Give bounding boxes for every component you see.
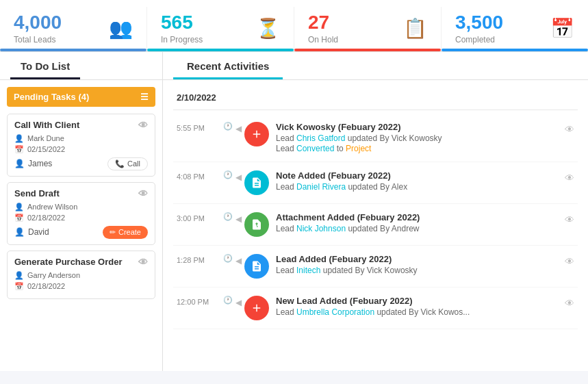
date-icon: 📅 xyxy=(14,145,24,154)
stat-hold: 27 On Hold 📋 xyxy=(294,7,442,51)
activity-icon-red xyxy=(244,122,269,146)
task-eye-icon[interactable]: 👁 xyxy=(138,188,148,199)
stat-leads-value: 4,000 xyxy=(14,12,102,34)
activity-link[interactable]: Initech xyxy=(296,266,320,275)
activity-link-converted[interactable]: Converted xyxy=(296,144,334,153)
stat-completed-bar xyxy=(442,49,588,51)
contact-icon: 👤 xyxy=(14,134,24,143)
stat-hold-value: 27 xyxy=(308,12,396,34)
activity-content: Lead Added (Febuary 2022) Lead Initech u… xyxy=(276,254,558,275)
stat-completed-label: Completed xyxy=(455,35,544,44)
activity-item: 5:55 PM 🕐 ◀ Vick Kowosky (Febuary 2022) … xyxy=(173,114,578,162)
activity-eye-icon[interactable]: 👁 xyxy=(565,256,574,267)
pending-tasks-bar[interactable]: Pending Tasks (4) ☰ xyxy=(7,87,155,107)
activity-content: Note Added (Febuary 2022) Lead Daniel Ri… xyxy=(276,170,558,192)
task-card-purchase-order: Generate Purchase Order 👁 👤 Garry Anders… xyxy=(7,251,155,299)
edit-icon: ✏ xyxy=(110,228,116,237)
activity-link[interactable]: Umbrella Corporation xyxy=(296,307,374,317)
task-card-call-with-client: Call With Client 👁 👤 Mark Dune 📅 02/15/2… xyxy=(7,114,155,177)
activity-eye-icon[interactable]: 👁 xyxy=(565,298,574,309)
task-title-text: Call With Client xyxy=(14,120,79,130)
activity-title: Lead Added (Febuary 2022) xyxy=(276,254,558,264)
arrow-icon: ◀ xyxy=(233,122,244,133)
activities-title: Recent Activities xyxy=(173,52,283,79)
activity-time: 1:28 PM xyxy=(177,254,221,264)
task-assignee: David xyxy=(28,227,49,237)
activity-time: 3:00 PM xyxy=(177,212,221,222)
activity-content: New Lead Added (Febuary 2022) Lead Umbre… xyxy=(276,296,558,317)
main-content: To Do List Pending Tasks (4) ☰ Call With… xyxy=(0,52,588,371)
activity-eye-icon[interactable]: 👁 xyxy=(565,214,574,225)
task-eye-icon[interactable]: 👁 xyxy=(138,120,148,131)
task-contact: Mark Dune xyxy=(27,134,64,142)
task-eye-icon[interactable]: 👁 xyxy=(138,257,148,268)
activity-icon-red2 xyxy=(244,296,269,320)
clock-icon: 🕐 xyxy=(223,254,233,263)
task-date: 02/18/2022 xyxy=(27,282,65,290)
todo-title: To Do List xyxy=(10,52,80,79)
call-button[interactable]: 📞 Call xyxy=(107,157,148,170)
activity-link[interactable]: Chris Gatford xyxy=(296,133,345,143)
contact-icon: 👤 xyxy=(14,203,24,212)
activity-eye-icon[interactable]: 👁 xyxy=(565,124,574,135)
activity-link[interactable]: Daniel Rivera xyxy=(296,182,346,192)
activity-title: Vick Kowosky (Febuary 2022) xyxy=(276,122,558,132)
task-date: 02/15/2022 xyxy=(27,145,65,153)
create-button[interactable]: ✏ Create xyxy=(103,226,148,239)
activity-time: 12:00 PM xyxy=(177,296,221,306)
stat-leads-label: Total Leads xyxy=(14,35,102,44)
arrow-icon: ◀ xyxy=(233,254,244,266)
activity-icon-teal xyxy=(244,170,269,195)
contact-icon: 👤 xyxy=(14,271,24,280)
activity-desc1: Lead Nick Johnson updated By Andrew xyxy=(276,224,558,233)
activities-date: 2/10/2022 xyxy=(173,87,578,110)
hold-icon: 📋 xyxy=(403,17,427,40)
stat-hold-label: On Hold xyxy=(308,35,396,44)
arrow-icon: ◀ xyxy=(233,170,244,182)
stat-progress-bar xyxy=(147,49,294,51)
activity-content: Attachment Added (Febuary 2022) Lead Nic… xyxy=(276,212,558,233)
task-card-send-draft: Send Draft 👁 👤 Andrew Wilson 📅 02/18/202… xyxy=(7,182,155,245)
activities-section: Recent Activities 2/10/2022 5:55 PM 🕐 ◀ … xyxy=(163,52,588,371)
activity-item: 12:00 PM 🕐 ◀ New Lead Added (Febuary 202… xyxy=(173,287,578,329)
date-icon: 📅 xyxy=(14,214,24,222)
activity-content: Vick Kowosky (Febuary 2022) Lead Chris G… xyxy=(276,122,558,153)
activity-desc1: Lead Daniel Rivera updated By Alex xyxy=(276,182,558,192)
clock-icon: 🕐 xyxy=(223,296,233,305)
pending-tasks-icon: ☰ xyxy=(140,92,149,102)
stat-progress-value: 565 xyxy=(161,12,249,34)
activity-time: 4:08 PM xyxy=(177,170,221,181)
activities-list: 5:55 PM 🕐 ◀ Vick Kowosky (Febuary 2022) … xyxy=(173,114,578,329)
activity-title: New Lead Added (Febuary 2022) xyxy=(276,296,558,306)
activity-link[interactable]: Nick Johnson xyxy=(296,224,346,233)
assignee-icon: 👤 xyxy=(14,159,25,168)
activity-title: Attachment Added (Febuary 2022) xyxy=(276,212,558,222)
arrow-icon: ◀ xyxy=(233,212,244,224)
leads-icon: 👥 xyxy=(109,17,133,40)
stat-leads-bar xyxy=(0,49,146,51)
activity-icon-green xyxy=(244,212,269,237)
task-cards-scroll: Call With Client 👁 👤 Mark Dune 📅 02/15/2… xyxy=(0,112,162,371)
activities-scroll: 2/10/2022 5:55 PM 🕐 ◀ Vick Kowosky (Febu… xyxy=(163,80,588,371)
stat-progress: 565 In Progress ⏳ xyxy=(147,7,294,51)
assignee-icon: 👤 xyxy=(14,227,25,237)
phone-icon: 📞 xyxy=(115,159,125,168)
stat-completed: 3,500 Completed 📅 xyxy=(442,7,588,51)
clock-icon: 🕐 xyxy=(223,170,233,179)
task-title-text: Send Draft xyxy=(14,188,60,199)
activity-title: Note Added (Febuary 2022) xyxy=(276,170,558,181)
stats-bar: 4,000 Total Leads 👥 565 In Progress ⏳ 27… xyxy=(0,0,588,52)
pending-tasks-label: Pending Tasks (4) xyxy=(14,92,89,102)
completed-icon: 📅 xyxy=(550,17,574,40)
task-assignee: James xyxy=(28,159,52,168)
activity-item: 4:08 PM 🕐 ◀ Note Added (Febuary 2022) Le… xyxy=(173,162,578,204)
activity-item: 3:00 PM 🕐 ◀ Attachment Added (Febuary 20… xyxy=(173,204,578,246)
task-title-text: Generate Purchase Order xyxy=(14,257,123,267)
activity-link-project[interactable]: Project xyxy=(346,144,371,153)
activity-item: 1:28 PM 🕐 ◀ Lead Added (Febuary 2022) Le… xyxy=(173,246,578,287)
activity-eye-icon[interactable]: 👁 xyxy=(565,172,574,183)
stat-hold-bar xyxy=(294,49,441,51)
activity-icon-blue xyxy=(244,254,269,279)
activity-time: 5:55 PM xyxy=(177,122,221,132)
activity-desc2: Lead Converted to Project xyxy=(276,144,558,153)
